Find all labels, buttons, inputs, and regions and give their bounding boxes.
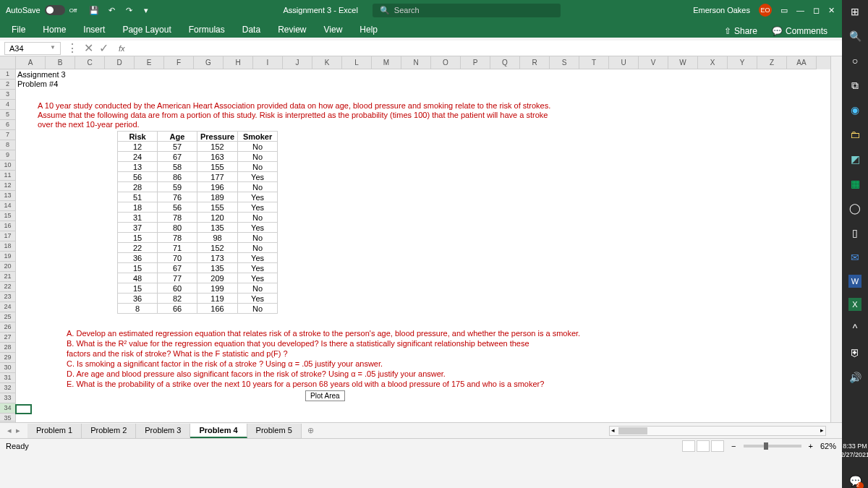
- row-header-15[interactable]: 15: [0, 211, 16, 221]
- cancel-formula-icon[interactable]: ✕: [84, 41, 93, 55]
- search-input[interactable]: 🔍 Search: [373, 4, 561, 17]
- zoom-out-icon[interactable]: −: [731, 442, 736, 450]
- row-header-30[interactable]: 30: [0, 363, 16, 373]
- row-header-34[interactable]: 34: [0, 403, 16, 414]
- share-button[interactable]: ⇧ Share: [718, 25, 763, 38]
- enter-formula-icon[interactable]: ✓: [99, 41, 109, 55]
- sheet-tab-problem-4[interactable]: Problem 4: [190, 424, 247, 438]
- column-header-AA[interactable]: AA: [787, 56, 817, 69]
- page-layout-view-button[interactable]: [697, 440, 710, 452]
- fx-icon[interactable]: fx: [114, 44, 129, 53]
- row-header-25[interactable]: 25: [0, 312, 16, 322]
- row-header-33[interactable]: 33: [0, 393, 16, 403]
- column-header-A[interactable]: A: [16, 56, 46, 69]
- column-header-L[interactable]: L: [342, 56, 372, 69]
- spreadsheet-grid[interactable]: Assignment 3 Problem #4 A 10 year study …: [16, 69, 830, 453]
- taskbar-chevron-icon[interactable]: ^: [848, 321, 862, 335]
- row-header-22[interactable]: 22: [0, 282, 16, 292]
- taskbar-date[interactable]: 2/27/2021: [841, 450, 868, 459]
- row-header-8[interactable]: 8: [0, 140, 16, 150]
- row-header-3[interactable]: 3: [0, 90, 16, 100]
- sheet-tab-problem-5[interactable]: Problem 5: [247, 424, 302, 438]
- row-header-14[interactable]: 14: [0, 201, 16, 211]
- mail-icon[interactable]: ✉: [848, 250, 862, 265]
- row-header-5[interactable]: 5: [0, 110, 16, 120]
- row-header-4[interactable]: 4: [0, 100, 16, 110]
- row-header-32[interactable]: 32: [0, 383, 16, 393]
- ribbon-tab-view[interactable]: View: [315, 22, 352, 38]
- page-break-view-button[interactable]: [711, 440, 724, 452]
- zoom-slider[interactable]: [744, 445, 801, 448]
- row-header-27[interactable]: 27: [0, 333, 16, 343]
- document-icon[interactable]: ▯: [848, 226, 862, 240]
- row-header-23[interactable]: 23: [0, 292, 16, 302]
- close-icon[interactable]: ✕: [828, 6, 835, 15]
- maximize-icon[interactable]: ◻: [813, 6, 820, 15]
- column-header-S[interactable]: S: [550, 56, 579, 69]
- column-header-H[interactable]: H: [224, 56, 253, 69]
- undo-icon[interactable]: ↶: [106, 4, 117, 16]
- ribbon-tab-review[interactable]: Review: [269, 22, 315, 38]
- add-sheet-button[interactable]: ⊕: [302, 426, 320, 435]
- row-header-35[interactable]: 35: [0, 414, 16, 421]
- photos-icon[interactable]: ◩: [848, 152, 862, 166]
- column-header-K[interactable]: K: [312, 56, 342, 69]
- row-header-17[interactable]: 17: [0, 231, 16, 241]
- task-view-icon[interactable]: ⧉: [848, 78, 862, 93]
- row-header-1[interactable]: 1: [0, 69, 16, 80]
- row-header-2[interactable]: 2: [0, 80, 16, 90]
- column-header-Y[interactable]: Y: [728, 56, 757, 69]
- ribbon-tab-home[interactable]: Home: [34, 22, 75, 38]
- row-header-13[interactable]: 13: [0, 191, 16, 201]
- row-header-9[interactable]: 9: [0, 150, 16, 160]
- scroll-right-icon[interactable]: ▸: [820, 427, 824, 434]
- edge-icon[interactable]: ◉: [848, 103, 862, 117]
- vertical-scrollbar[interactable]: [830, 56, 842, 453]
- app-icon[interactable]: ▦: [848, 176, 862, 191]
- ribbon-tab-page-layout[interactable]: Page Layout: [114, 22, 179, 38]
- taskbar-search-icon[interactable]: 🔍: [848, 29, 862, 43]
- scroll-left-icon[interactable]: ◂: [611, 427, 615, 434]
- name-box[interactable]: A34 ▼: [4, 42, 61, 55]
- cell-a1[interactable]: Assignment 3: [16, 69, 830, 80]
- cortana-icon[interactable]: ○: [848, 53, 862, 68]
- row-header-20[interactable]: 20: [0, 262, 16, 272]
- cell-a2[interactable]: Problem #4: [16, 80, 830, 90]
- sheet-tab-problem-1[interactable]: Problem 1: [27, 424, 82, 438]
- normal-view-button[interactable]: [682, 440, 695, 452]
- row-header-6[interactable]: 6: [0, 120, 16, 130]
- ribbon-display-icon[interactable]: ▭: [780, 6, 788, 15]
- ribbon-tab-file[interactable]: File: [3, 22, 34, 38]
- row-header-31[interactable]: 31: [0, 373, 16, 383]
- volume-icon[interactable]: 🔊: [848, 370, 862, 385]
- row-header-21[interactable]: 21: [0, 272, 16, 282]
- ribbon-tab-insert[interactable]: Insert: [75, 22, 114, 38]
- ribbon-tab-help[interactable]: Help: [351, 22, 386, 38]
- data-table[interactable]: RiskAgePressureSmoker1257152No2467163No1…: [117, 131, 278, 314]
- column-header-D[interactable]: D: [105, 56, 135, 69]
- row-header-19[interactable]: 19: [0, 252, 16, 262]
- column-header-O[interactable]: O: [431, 56, 461, 69]
- column-header-F[interactable]: F: [164, 56, 194, 69]
- notifications-icon[interactable]: 💬2: [848, 474, 862, 488]
- sheet-nav-prev-icon[interactable]: ◂: [7, 426, 12, 435]
- row-header-26[interactable]: 26: [0, 322, 16, 333]
- column-header-I[interactable]: I: [253, 56, 283, 69]
- row-header-16[interactable]: 16: [0, 221, 16, 231]
- ribbon-tab-formulas[interactable]: Formulas: [180, 22, 234, 38]
- select-all-corner[interactable]: [0, 56, 16, 69]
- chrome-icon[interactable]: ◯: [848, 201, 862, 215]
- column-header-E[interactable]: E: [135, 56, 164, 69]
- column-header-V[interactable]: V: [639, 56, 668, 69]
- horizontal-scrollbar[interactable]: ◂ ▸: [609, 426, 826, 436]
- save-icon[interactable]: 💾: [88, 4, 100, 16]
- security-icon[interactable]: ⛨: [848, 346, 862, 360]
- zoom-level[interactable]: 62%: [820, 442, 836, 450]
- column-header-R[interactable]: R: [520, 56, 550, 69]
- row-header-18[interactable]: 18: [0, 241, 16, 252]
- word-icon[interactable]: W: [848, 275, 861, 288]
- row-header-24[interactable]: 24: [0, 302, 16, 312]
- file-explorer-icon[interactable]: 🗀: [848, 127, 862, 142]
- redo-icon[interactable]: ↷: [123, 4, 135, 16]
- column-header-P[interactable]: P: [461, 56, 490, 69]
